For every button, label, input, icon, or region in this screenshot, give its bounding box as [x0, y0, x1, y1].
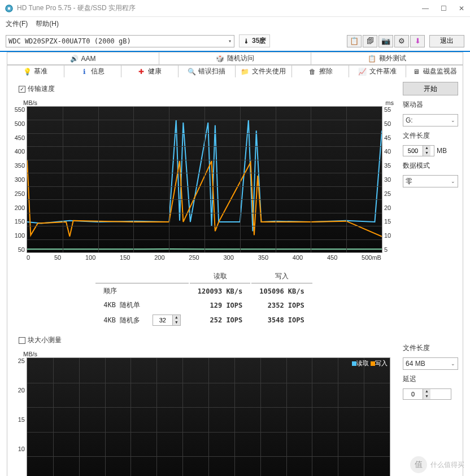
app-icon	[5, 4, 14, 13]
copy-info-button[interactable]: 📋	[347, 35, 362, 47]
chart2-yaxis: 252015105	[12, 357, 27, 476]
delay-input[interactable]: ▲▼	[403, 388, 451, 400]
toolbar: WDC WD20SPZX-00UA7T0 (2000 gB) ▾ 🌡 35麽 📋…	[0, 31, 470, 52]
window-title: HD Tune Pro 5.75 - 硬盘/SSD 实用程序	[17, 3, 421, 13]
file-bench-icon: 📈	[359, 68, 367, 76]
checklist-icon: 📋	[368, 55, 376, 63]
tab-folder-usage[interactable]: 📁文件夹使用	[235, 65, 293, 77]
options-button[interactable]: ⚙	[394, 35, 409, 47]
drive-letter-select[interactable]: G:⌄	[403, 114, 458, 126]
checkbox-checked-icon: ✓	[19, 86, 25, 93]
chart1-rlabel: ms	[385, 99, 394, 106]
blocksize-chart: MB/s 252015105 读取 写入 0.51248163264128256…	[12, 351, 396, 476]
drive-select-value: WDC WD20SPZX-00UA7T0 (2000 gB)	[8, 37, 131, 45]
chart2-plot: 读取 写入	[27, 357, 390, 476]
bulb-icon: 💡	[23, 68, 31, 76]
chart1-xaxis: 050100150200250300350400450500mB	[27, 254, 381, 261]
minimize-button[interactable]: —	[421, 5, 429, 12]
thermometer-icon: 🌡	[243, 37, 250, 45]
transfer-chart: MB/s ms 55050045040035030025020015010050…	[12, 99, 396, 261]
chart2-ylabel: MB/s	[23, 351, 37, 357]
data-mode-select[interactable]: 零⌄	[403, 175, 458, 187]
spin-up-icon[interactable]: ▲	[423, 146, 430, 151]
trash-icon: 🗑	[308, 68, 316, 76]
magnifier-icon: 🔍	[188, 68, 195, 76]
title-bar: HD Tune Pro 5.75 - 硬盘/SSD 实用程序 — ☐ ✕	[0, 0, 470, 17]
tab-error-scan[interactable]: 🔍错误扫描	[178, 65, 236, 77]
blocksize-checkbox[interactable]: 块大小测量	[19, 335, 396, 345]
side-panel: 开始 驱动器 G:⌄ 文件长度 ▲▼ MB 数据模式 零⌄ 文件长度 64 MB…	[403, 82, 458, 476]
checkbox-unchecked-icon	[19, 337, 25, 344]
drive-select[interactable]: WDC WD20SPZX-00UA7T0 (2000 gB) ▾	[6, 35, 234, 47]
tab-benchmark[interactable]: 💡基准	[7, 65, 64, 77]
file-length2-select[interactable]: 64 MB⌄	[403, 357, 458, 370]
file-length-input[interactable]: ▲▼	[403, 145, 434, 156]
chart1-ylabel: MB/s	[23, 99, 37, 106]
data-mode-label: 数据模式	[403, 161, 458, 171]
chevron-down-icon: ⌄	[451, 117, 455, 123]
chevron-down-icon: ⌄	[451, 361, 455, 366]
chart1-yaxis: 55050045040035030025020015010050	[12, 106, 27, 253]
health-icon: ✚	[137, 68, 145, 76]
file-length-label: 文件长度	[403, 131, 458, 141]
table-row: 4KB 随机多 ▲▼252 IOPS3548 IOPS	[95, 313, 312, 327]
chart2-legend: 读取 写入	[352, 359, 388, 368]
speaker-icon: 🔊	[70, 55, 78, 63]
info-icon: ℹ	[80, 68, 88, 76]
watermark: 值 什么值得买	[410, 456, 464, 473]
tab-aam[interactable]: 🔊AAM	[7, 52, 159, 64]
maximize-button[interactable]: ☐	[439, 5, 447, 12]
tab-random-access[interactable]: 🎲随机访问	[159, 52, 311, 64]
col-read: 读取	[190, 270, 250, 283]
menu-help[interactable]: 帮助(H)	[36, 19, 59, 29]
watermark-icon: 值	[410, 456, 427, 473]
temperature-badge: 🌡 35麽	[239, 34, 270, 47]
svg-rect-1	[8, 7, 10, 10]
table-row: 顺序120093 KB/s105096 KB/s	[95, 285, 312, 298]
chart1-raxis: 555045403530252015105	[382, 106, 396, 253]
file-length2-label: 文件长度	[403, 343, 458, 353]
chevron-down-icon: ▾	[228, 38, 232, 44]
spin-up-icon[interactable]: ▲	[423, 389, 430, 394]
tab-row-lower: 💡基准 ℹ信息 ✚健康 🔍错误扫描 📁文件夹使用 🗑擦除 📈文件基准 🖥磁盘监视…	[7, 65, 463, 77]
tab-info[interactable]: ℹ信息	[64, 65, 121, 77]
tab-health[interactable]: ✚健康	[121, 65, 179, 77]
copy-screenshot-button[interactable]: 🗐	[363, 35, 377, 47]
tab-disk-monitor[interactable]: 🖥磁盘监视器	[406, 65, 463, 77]
col-write: 写入	[251, 270, 312, 283]
drive-label: 驱动器	[403, 100, 458, 110]
spin-down-icon[interactable]: ▼	[423, 394, 430, 399]
tab-extra-tests[interactable]: 📋额外测试	[311, 52, 463, 64]
folder-icon: 📁	[241, 68, 249, 76]
chevron-down-icon: ⌄	[451, 178, 455, 184]
start-button[interactable]: 开始	[403, 82, 458, 95]
tab-file-benchmark[interactable]: 📈文件基准	[349, 65, 406, 77]
dice-icon: 🎲	[216, 55, 224, 63]
exit-button[interactable]: 退出	[429, 35, 464, 47]
tab-row-upper: 🔊AAM 🎲随机访问 📋额外测试	[7, 52, 463, 65]
transfer-speed-checkbox[interactable]: ✓ 传输速度	[19, 84, 396, 94]
spin-down-icon[interactable]: ▼	[423, 151, 430, 156]
menu-bar: 文件(F) 帮助(H)	[0, 17, 470, 31]
queue-depth-input[interactable]: ▲▼	[153, 315, 181, 326]
close-button[interactable]: ✕	[458, 5, 465, 12]
screenshot-button[interactable]: 📷	[378, 35, 393, 47]
chart1-plot	[27, 106, 382, 253]
file-length-unit: MB	[437, 147, 447, 155]
tab-erase[interactable]: 🗑擦除	[291, 65, 349, 77]
file-benchmark-panel: ✓ 传输速度 MB/s ms 5505004504003503002502001…	[7, 77, 463, 476]
menu-file[interactable]: 文件(F)	[6, 19, 28, 29]
save-button[interactable]: ⬇	[410, 35, 425, 47]
results-table: 读取写入 顺序120093 KB/s105096 KB/s4KB 随机单129 …	[94, 269, 314, 329]
table-row: 4KB 随机单129 IOPS2352 IOPS	[95, 299, 312, 312]
temperature-value: 35麽	[252, 36, 266, 46]
monitor-icon: 🖥	[412, 68, 420, 76]
delay-label: 延迟	[403, 374, 458, 384]
